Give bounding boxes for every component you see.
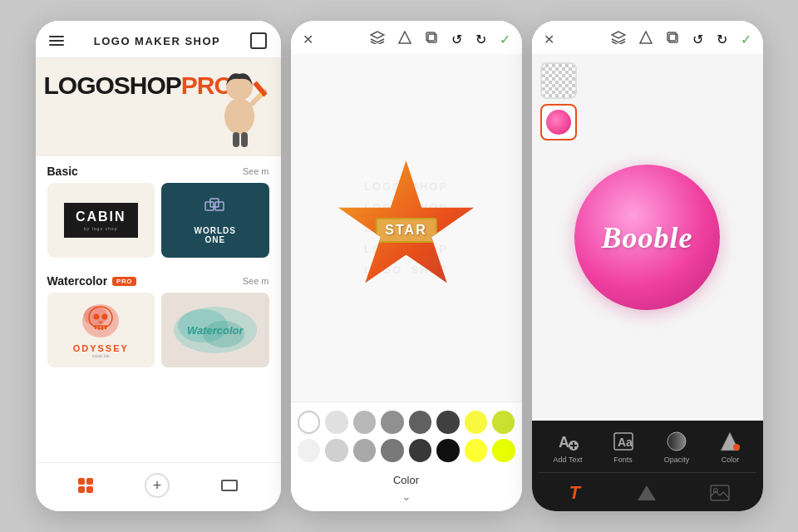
svg-text:A: A [559,434,569,451]
skull-area: ODYSSEY music lab [68,298,134,363]
phone3-redo-icon[interactable]: ↻ [717,32,727,47]
swatch-white[interactable] [298,439,321,462]
odyssey-sub: music lab [92,353,110,358]
swatch-nearblack[interactable] [409,439,432,462]
swatch-darkgray[interactable] [436,411,459,434]
redo-icon[interactable]: ↻ [475,32,486,47]
star-element[interactable]: STAR ✕ [336,160,477,295]
svg-point-13 [94,313,100,319]
mail-icon[interactable] [221,480,238,491]
color-palette: Color ⌄ [291,401,522,511]
T-icon: T [569,482,579,504]
banner-text: LOGOSHOPPRO [44,73,233,98]
phone3-copy-icon[interactable] [666,31,679,47]
basic-see-more[interactable]: See m [243,166,269,176]
swatch-gray1[interactable] [353,411,376,434]
triangle-tool-icon[interactable] [635,481,658,505]
svg-rect-9 [215,202,224,210]
watercolor-section-header: Watercolor PRO See m [36,266,281,293]
booble-element[interactable]: Booble [574,165,720,310]
booble-text: Booble [602,220,693,255]
swatch-gray4[interactable] [381,439,404,462]
confirm-icon[interactable]: ✓ [500,32,510,47]
phone3-close-icon[interactable]: ✕ [544,32,554,47]
copy-icon[interactable] [425,31,438,47]
svg-marker-26 [640,32,652,43]
swatch-midgray[interactable] [353,439,377,462]
swatch-lightgray1[interactable] [325,411,347,434]
swatch-gray3[interactable] [409,411,431,434]
swatch-yellowgreen[interactable] [492,411,515,434]
color-label: Color [722,456,740,464]
close-icon[interactable]: ✕ [303,32,313,47]
phone-1-logomaker: LOGO MAKER SHOP LOGOSHOPPRO [36,21,281,511]
editor-canvas: LOGOSHOP LOGOSHOP LOGOSHOP LOGOSHOP LOGO… [291,54,522,401]
watercolor-logo-grid: ODYSSEY music lab Watercolor [36,293,281,376]
banner-logoshop: LOGOSHOP [44,71,181,99]
shape-icon[interactable] [398,31,411,47]
cabin-sub: by logo shop [76,226,126,231]
thumb-pink[interactable] [540,104,577,140]
watercolor-card[interactable]: Watercolor [161,293,269,367]
toolbar-bottom-row: T [539,473,756,505]
banner-figure [206,62,273,154]
cabin-text: CABIN [76,209,126,224]
star-label: STAR [375,218,436,243]
odyssey-card[interactable]: ODYSSEY music lab [47,293,155,367]
phone3-confirm-icon[interactable]: ✓ [741,32,751,47]
basic-section-header: Basic See m [36,156,281,183]
cart-icon[interactable] [250,32,267,49]
watercolor-title: Watercolor [47,274,108,288]
add-text-label: Add Text [554,456,583,464]
svg-rect-7 [205,202,214,210]
phone1-header: LOGO MAKER SHOP [36,21,281,58]
layers-icon[interactable] [370,31,385,47]
thumb-transparent[interactable] [540,62,577,99]
svg-marker-23 [399,32,411,43]
opacity-label: Opacity [664,456,690,464]
worlds-text: WORLDS ONE [195,226,236,244]
color-tool[interactable]: Color [719,431,741,464]
add-text-tool[interactable]: A Add Text [554,431,583,464]
hamburger-icon[interactable] [49,36,64,46]
cabin-card[interactable]: CABIN by logo shop [47,183,155,258]
swatch-gray2[interactable] [381,411,403,434]
grid-icon[interactable] [78,478,93,493]
svg-rect-5 [233,132,239,147]
checkerboard-pattern [542,64,575,97]
color-row-1 [298,411,515,434]
star-shape: STAR ✕ [336,160,477,295]
pink-circle-thumb [546,110,571,135]
opacity-tool[interactable]: Opacity [664,431,690,464]
swatch-black[interactable] [436,439,460,462]
image-tool-icon[interactable] [708,481,732,505]
text-italic-icon[interactable]: T [563,481,586,505]
star-close-button[interactable]: ✕ [477,154,492,169]
screenshots-container: LOGO MAKER SHOP LOGOSHOPPRO [0,0,798,532]
thumbnail-panel [540,62,577,140]
phone3-undo-icon[interactable]: ↺ [692,32,703,47]
phone3-shape-icon[interactable] [639,31,653,47]
add-button[interactable]: + [145,473,170,498]
toolbar-top-row: A Add Text Aa Fonts [539,431,756,473]
swatch-lightgray2[interactable] [325,439,348,462]
swatch-lemon[interactable] [492,439,515,462]
phone-2-star-editor: ✕ ↺ ↻ ✓ LOGOSHOP LOGOSHOP [291,21,522,511]
phone3-toolbar-icons: ↺ ↻ ✓ [611,31,751,47]
swatch-empty[interactable] [298,411,321,434]
fonts-tool[interactable]: Aa Fonts [613,431,634,464]
swatch-yellow2[interactable] [465,439,488,462]
swatch-yellow1[interactable] [465,411,487,434]
banner: LOGOSHOPPRO [36,58,281,156]
cabin-inner: CABIN by logo shop [64,203,138,238]
worlds-card[interactable]: WORLDS ONE [161,183,269,258]
triangle-outline [638,485,656,500]
fonts-label: Fonts [613,456,633,464]
undo-icon[interactable]: ↺ [451,32,462,47]
watercolor-see-more[interactable]: See m [243,276,269,286]
phone3-header: ✕ ↺ ↻ ✓ [532,21,763,54]
phone3-layers-icon[interactable] [611,31,626,47]
chevron-down-icon[interactable]: ⌄ [298,490,515,508]
phone3-canvas: LOGOSHOP LOGOSHOP LOGOSHOP LOGOSHOP LOGO… [532,54,763,421]
svg-rect-8 [210,199,219,207]
